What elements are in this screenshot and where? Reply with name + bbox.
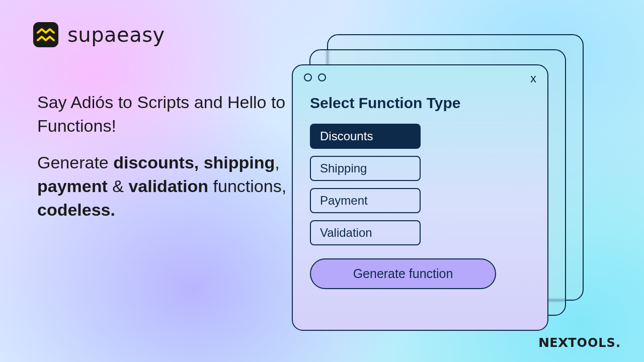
option-payment[interactable]: Payment bbox=[310, 188, 421, 213]
option-discounts[interactable]: Discounts bbox=[310, 124, 421, 149]
generate-function-button[interactable]: Generate function bbox=[310, 258, 496, 289]
option-validation[interactable]: Validation bbox=[310, 220, 421, 245]
hero-line-1: Say Adiós to Scripts and Hello to Functi… bbox=[37, 90, 299, 138]
window-traffic-lights bbox=[304, 73, 326, 81]
window-titlebar: x bbox=[293, 65, 547, 89]
close-icon[interactable]: x bbox=[530, 71, 536, 85]
traffic-dot-icon bbox=[304, 73, 312, 81]
function-window: x Select Function Type Discounts Shippin… bbox=[292, 64, 548, 331]
window-body: Select Function Type Discounts Shipping … bbox=[293, 89, 547, 304]
footer-brand: NEXTOOLS. bbox=[539, 336, 621, 350]
window-stack: x Select Function Type Discounts Shippin… bbox=[292, 34, 584, 326]
window-title: Select Function Type bbox=[310, 95, 530, 112]
traffic-dot-icon bbox=[318, 73, 326, 81]
brand-logo-mark bbox=[33, 22, 58, 47]
option-shipping[interactable]: Shipping bbox=[310, 156, 421, 181]
brand-logo-text: supaeasy bbox=[67, 23, 165, 46]
hero-copy: Say Adiós to Scripts and Hello to Functi… bbox=[37, 90, 299, 222]
hero-line-2: Generate discounts, shipping, payment & … bbox=[37, 151, 299, 222]
brand-logo: supaeasy bbox=[33, 22, 165, 47]
